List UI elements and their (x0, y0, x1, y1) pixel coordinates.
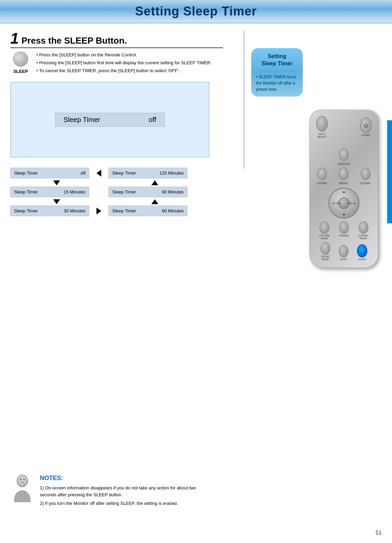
timer-box-120: Sleep Timer 120 Minutes (108, 168, 187, 178)
svg-point-1 (18, 475, 27, 485)
timer-row-3: Sleep Timer 30 Minutes Sleep Timer 60 Mi… (10, 206, 209, 216)
timer-value-30: 30 Minutes (64, 208, 85, 213)
zoom-plus-oval (361, 168, 370, 180)
timer-row-2: Sleep Timer 15 Minutes Sleep Timer 90 Mi… (10, 187, 209, 197)
nav-up-icon: ▲ (342, 190, 346, 193)
timer-row-1: Sleep Timer off Sleep Timer 120 Minutes (10, 168, 209, 178)
instruction-line-1: • Press the [SLEEP] button on the Remote… (36, 52, 212, 59)
zoom-menu-row: ZOOM- MENU ZOOM+ (315, 168, 373, 185)
mute-label: MUTE (340, 258, 347, 261)
svg-point-3 (23, 479, 25, 480)
zoom-plus-label: ZOOM+ (360, 181, 371, 185)
freeze-oval (339, 221, 349, 234)
arrow-right-icon (92, 208, 106, 214)
timer-label-60: Sleep Timer (112, 208, 136, 213)
timer-box-15: Sleep Timer 15 Minutes (10, 187, 89, 197)
remote-control: INPUTSELECT ⏻ POWER DISPLAY ZOOM- (310, 110, 378, 268)
vol-left-label: ◄ VOL (332, 201, 341, 204)
timer-label-15: Sleep Timer (14, 189, 38, 195)
timer-box-90: Sleep Timer 90 Minutes (108, 187, 187, 197)
zoom-minus-oval (317, 168, 327, 180)
menu-oval (339, 168, 348, 180)
sleep-button[interactable]: SLEEP (357, 244, 367, 261)
screen-mode-button[interactable]: SCREENMODE (354, 221, 372, 240)
screen-mode-oval (359, 221, 368, 234)
display-button[interactable]: DISPLAY (337, 148, 350, 166)
remote-spacer-1 (315, 142, 373, 148)
instruction-line-2: • Pressing the [SLEEP] button first time… (36, 59, 212, 67)
instructions-section: SLEEP • Press the [SLEEP] button on the … (10, 52, 223, 75)
setting-box-title: SettingSleep Timer (256, 53, 298, 67)
screen-mode-label: SCREENMODE (358, 234, 368, 240)
power-oval: ⏻ (360, 118, 372, 133)
bottom-buttons-row1: PICTUREMODE FREEZE SCREENMODE (315, 221, 373, 240)
page-number: 51 (376, 530, 382, 536)
display-button-row: DISPLAY (315, 148, 373, 166)
instruction-line-3: • To cancel the SLEEP TIMER, press the [… (36, 67, 212, 75)
left-content: 1 Press the SLEEP Button. SLEEP • Press … (10, 31, 223, 217)
arrow-down-icon-2 (53, 198, 60, 206)
tv-display-box: Sleep Timer off (10, 82, 209, 157)
sleep-timer-display: Sleep Timer off (55, 113, 165, 127)
freeze-button[interactable]: FREEZE (335, 221, 353, 240)
picture-mode-button[interactable]: PICTUREMODE (315, 221, 334, 240)
sleep-button-label: SLEEP (13, 69, 28, 74)
timer-box-off: Sleep Timer off (10, 168, 89, 178)
display-value: off (149, 116, 156, 124)
timer-value-off: off (81, 170, 85, 176)
sound-mode-oval (321, 242, 330, 255)
timer-value-90: 90 Minutes (162, 189, 184, 195)
step-title: Press the SLEEP Button. (21, 35, 127, 46)
sound-mode-label: SOUNDMODE (321, 255, 330, 261)
menu-button[interactable]: MENU (339, 168, 348, 185)
display-label-text: DISPLAY (337, 162, 350, 166)
power-icon: ⏻ (364, 123, 368, 128)
zoom-minus-button[interactable]: ZOOM- (317, 168, 327, 185)
step-number: 1 (10, 31, 19, 46)
freeze-label: FREEZE (339, 234, 349, 237)
sleep-circle-icon (13, 52, 28, 67)
vertical-divider (244, 31, 244, 168)
bottom-buttons-row2: SOUNDMODE MUTE SLEEP (315, 242, 373, 261)
power-button[interactable]: ⏻ POWER (360, 118, 372, 137)
blue-accent-bar (387, 120, 392, 223)
timer-label-off: Sleep Timer (14, 170, 38, 176)
mute-button[interactable]: MUTE (339, 245, 348, 261)
timer-box-60: Sleep Timer 60 Minutes (108, 206, 187, 216)
header-bar: Setting Sleep Timer (0, 0, 392, 23)
notes-text: 1) On-screen information disappears if y… (40, 485, 209, 507)
input-select-oval (316, 116, 328, 132)
timer-cycle: Sleep Timer off Sleep Timer 120 Minutes (10, 168, 209, 216)
arrows-row-2 (10, 198, 209, 206)
setting-sleep-timer-box: SettingSleep Timer • SLEEP TIMER turns t… (251, 48, 303, 97)
remote-top-row: INPUTSELECT ⏻ POWER (315, 116, 373, 139)
input-select-label: INPUTSELECT (317, 133, 326, 139)
sound-mode-button[interactable]: SOUNDMODE (321, 242, 330, 261)
nav-circle[interactable]: ▲ ▼ ◄ VOL VOL ► (328, 188, 359, 219)
sleep-label: SLEEP (358, 258, 366, 261)
timer-label-30: Sleep Timer (14, 208, 38, 213)
sleep-button-icon: SLEEP (10, 52, 31, 75)
remote-control-container: INPUTSELECT ⏻ POWER DISPLAY ZOOM- (303, 110, 385, 268)
arrow-down-icon-1 (53, 179, 60, 187)
picture-mode-label: PICTUREMODE (319, 234, 330, 240)
person-svg (10, 475, 34, 502)
instruction-text: • Press the [SLEEP] button on the Remote… (36, 52, 212, 75)
timer-box-30: Sleep Timer 30 Minutes (10, 206, 89, 216)
arrow-up-icon-2 (151, 198, 158, 206)
zoom-minus-label: ZOOM- (317, 181, 327, 185)
note-item-1: 1) On-screen information disappears if y… (40, 485, 209, 499)
page-title: Setting Sleep Timer (135, 4, 257, 19)
zoom-plus-button[interactable]: ZOOM+ (360, 168, 371, 185)
display-label: Sleep Timer (64, 116, 100, 124)
notes-content: NOTES: 1) On-screen information disappea… (40, 475, 209, 509)
note-item-2: 2) If you turn the Monitor off after set… (40, 500, 209, 507)
picture-mode-oval (320, 221, 329, 234)
vol-right-label: VOL ► (347, 201, 356, 204)
input-select-button[interactable]: INPUTSELECT (316, 116, 328, 139)
nav-down-icon: ▼ (342, 213, 346, 217)
step-header: 1 Press the SLEEP Button. (10, 31, 223, 48)
display-oval (339, 148, 349, 161)
arrow-up-icon-1 (151, 179, 158, 187)
menu-label: MENU (339, 181, 348, 185)
